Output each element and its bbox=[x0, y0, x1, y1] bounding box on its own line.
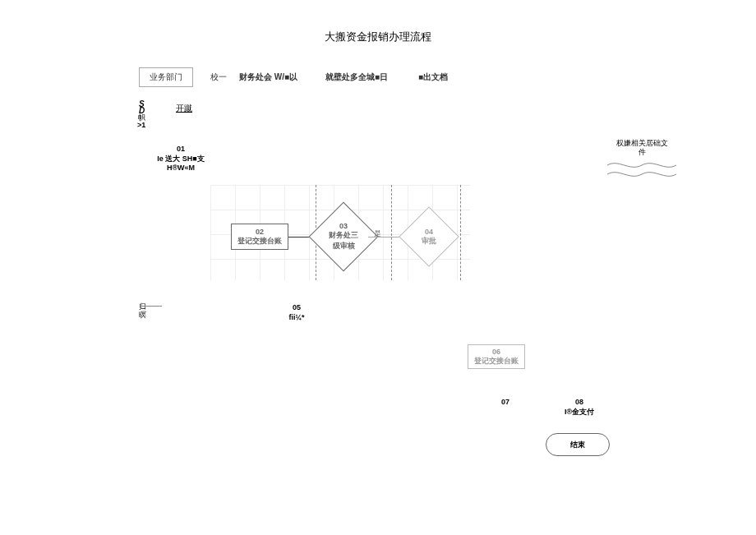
document-icon bbox=[606, 161, 677, 179]
node-08-label: I®金支付 bbox=[565, 408, 594, 416]
node-06: 06 登记交接台账 bbox=[468, 344, 525, 369]
node-08: 08 I®金支付 bbox=[559, 398, 600, 417]
node-03-num: 03 bbox=[339, 222, 348, 230]
lane-b: 暝 bbox=[139, 311, 146, 319]
header-col-jbc: 就壁处多全城■日 bbox=[325, 71, 388, 83]
doc-l2: 件 bbox=[638, 148, 646, 156]
header-col-ywbm: 业务部门 bbox=[139, 67, 193, 87]
vline-3 bbox=[460, 185, 461, 280]
node-07: 07 bbox=[493, 398, 518, 408]
node-01-num: 01 bbox=[177, 145, 185, 153]
doc-label: 权嫌相关居础文 件 bbox=[609, 139, 675, 157]
header-col-out: ■出文档 bbox=[418, 71, 448, 83]
node-01-l2: H®W«M bbox=[167, 164, 195, 172]
node-04-label: 审批 bbox=[422, 236, 436, 247]
lane-a: 归 bbox=[139, 303, 146, 311]
start-label: 开蹴 bbox=[176, 103, 192, 114]
node-05-label: fii¼* bbox=[288, 313, 304, 321]
node-04-num: 04 bbox=[425, 228, 433, 236]
node-05: 05 fii¼* bbox=[276, 303, 317, 322]
header-col-xiaoyi: 校一 bbox=[210, 71, 227, 83]
doc-l1: 权嫌相关居础文 bbox=[616, 139, 668, 147]
node-05-num: 05 bbox=[293, 303, 301, 311]
node-06-num: 06 bbox=[468, 348, 524, 356]
header-col-cwc: 财务处会 W/■以 bbox=[239, 71, 297, 83]
side-gt1: >1 bbox=[137, 122, 145, 130]
node-01: 01 Ie 送大 SH■支 H®W«M bbox=[144, 145, 218, 173]
node-01-l1: Ie 送大 SH■支 bbox=[157, 155, 204, 163]
node-03-label: 财务处三 bbox=[329, 230, 358, 241]
node-02-label: 登记交接台账 bbox=[232, 236, 288, 247]
node-08-num: 08 bbox=[575, 398, 583, 406]
node-03: 03 财务处三 级审核 bbox=[320, 213, 367, 261]
end-node: 结束 bbox=[546, 433, 610, 456]
page-title: 大搬资金报销办理流程 bbox=[0, 30, 756, 44]
node-03-label2: 级审核 bbox=[333, 241, 355, 251]
node-06-label: 登记交接台账 bbox=[468, 356, 524, 367]
arrow-03-04 bbox=[368, 237, 403, 238]
vline-2 bbox=[391, 185, 392, 280]
node-04: 04 审批 bbox=[408, 216, 449, 257]
lane-line bbox=[144, 306, 162, 307]
node-02: 02 登记交接台账 bbox=[231, 224, 288, 250]
edge-label-yes: 是 bbox=[374, 228, 381, 239]
node-02-num: 02 bbox=[232, 228, 288, 236]
